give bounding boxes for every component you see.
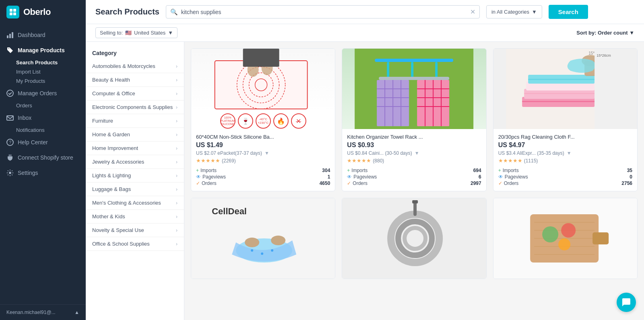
sidebar-subitem-orders[interactable]: Orders xyxy=(0,101,86,110)
wood-illustration xyxy=(493,198,637,279)
sidebar-collapse-icon[interactable]: ▲ xyxy=(74,310,79,315)
badge-wine: 🍷 xyxy=(238,113,253,129)
search-icon: 🔍 xyxy=(170,8,178,16)
svg-rect-12 xyxy=(10,154,11,156)
search-button[interactable]: Search xyxy=(549,5,588,19)
product-stars: ★★★★★ (1115) xyxy=(498,158,632,164)
sidebar-item-inbox[interactable]: Inbox xyxy=(0,110,86,125)
stat-imports: + Imports 694 xyxy=(347,168,481,173)
svg-text:?: ? xyxy=(9,140,12,145)
sort-value[interactable]: Order count ▼ xyxy=(598,30,634,36)
category-item[interactable]: Home Improvement › xyxy=(86,142,184,155)
badge-no: ✕ xyxy=(291,113,306,129)
chat-button[interactable] xyxy=(617,293,636,312)
bar-chart-icon xyxy=(6,31,14,39)
product-card-p1[interactable]: 100%PLATINUMSILICONE 🍷 -40°C+230°C 🔥 ✕ 6… xyxy=(191,48,335,191)
category-item[interactable]: Beauty & Health › xyxy=(86,73,184,87)
product-name: 20/30pcs Rag Cleaning Cloth F... xyxy=(498,134,632,140)
product-card-p4[interactable]: CellDeal xyxy=(191,198,335,279)
category-item[interactable]: Home & Garden › xyxy=(86,128,184,142)
svg-rect-13 xyxy=(10,160,10,161)
stat-imports: + Imports 304 xyxy=(196,168,330,173)
sidebar-item-manage-products[interactable]: Manage Products xyxy=(0,43,86,58)
sidebar-subitem-notifications[interactable]: Notifications xyxy=(0,125,86,135)
sidebar: Oberlo Dashboard Manage Products Search … xyxy=(0,0,86,320)
selling-country: United States xyxy=(134,30,165,36)
category-item[interactable]: Novelty & Special Use › xyxy=(86,224,184,237)
sidebar-item-label: Manage Products xyxy=(18,47,65,53)
app-logo: Oberlo xyxy=(0,0,86,24)
svg-rect-4 xyxy=(7,35,8,38)
svg-rect-26 xyxy=(411,62,413,78)
category-item[interactable]: Computer & Office › xyxy=(86,87,184,101)
svg-rect-25 xyxy=(387,62,389,78)
svg-rect-0 xyxy=(10,9,12,12)
category-item[interactable]: Luggage & Bags › xyxy=(86,183,184,196)
sidebar-subitem-import-list[interactable]: Import List xyxy=(0,67,86,76)
orders-icon: ✓ xyxy=(347,181,351,186)
product-price: US $1.49 xyxy=(196,142,330,149)
stat-pageviews: 👁 Pageviews 0 xyxy=(498,174,632,180)
sidebar-item-label: Settings xyxy=(18,170,38,176)
products-row-1: 100%PLATINUMSILICONE 🍷 -40°C+230°C 🔥 ✕ 6… xyxy=(191,48,638,191)
sidebar-item-label: Help Center xyxy=(18,139,48,146)
sidebar-item-help-center[interactable]: ? Help Center xyxy=(0,135,86,150)
sidebar-item-dashboard[interactable]: Dashboard xyxy=(0,27,86,43)
svg-text:CellDeal: CellDeal xyxy=(212,206,247,216)
svg-rect-22 xyxy=(243,49,279,67)
category-dropdown[interactable]: in All Categories ▼ xyxy=(486,5,542,18)
plus-icon: + xyxy=(498,168,501,173)
category-item[interactable]: Automobiles & Motorcycles › xyxy=(86,59,184,73)
product-image-p5 xyxy=(342,198,486,279)
search-bar: 🔍 ✕ xyxy=(166,5,480,18)
svg-rect-1 xyxy=(13,9,16,12)
category-item[interactable]: Office & School Supplies › xyxy=(86,237,184,251)
category-item[interactable]: Men's Clothing & Accessories › xyxy=(86,196,184,210)
chevron-right-icon: › xyxy=(176,64,178,69)
category-item[interactable]: Electronic Components & Supplies › xyxy=(86,101,184,114)
flag-icon: 🇺🇸 xyxy=(125,30,132,36)
orders-icon: ✓ xyxy=(498,181,502,186)
category-item[interactable]: Jewelry & Accessories › xyxy=(86,155,184,169)
product-price: US $0.93 xyxy=(347,142,481,149)
svg-rect-15 xyxy=(215,61,308,109)
product-info-p3: 20/30pcs Rag Cleaning Cloth F... US $4.9… xyxy=(493,129,637,191)
gear-icon xyxy=(6,169,14,176)
stat-orders: ✓ Orders 2756 xyxy=(498,181,632,186)
subheader: Selling to: 🇺🇸 United States ▼ Sort by: … xyxy=(86,24,644,42)
sidebar-item-connect-shopify[interactable]: Connect Shopify store xyxy=(0,150,86,165)
product-card-p5[interactable] xyxy=(342,198,486,279)
product-image-p6 xyxy=(493,198,637,279)
search-input[interactable] xyxy=(181,9,467,15)
product-stars: ★★★★★ (880) xyxy=(347,158,481,164)
product-card-p2[interactable]: Kitchen Organizer Towel Rack ... US $0.9… xyxy=(342,48,486,191)
chevron-right-icon: › xyxy=(176,241,178,247)
chevron-right-icon: › xyxy=(176,146,178,151)
logo-icon xyxy=(6,6,19,18)
cleaning-cloth-illustration: 15*26cm 15*26cm xyxy=(493,49,637,129)
selling-to-dropdown[interactable]: Selling to: 🇺🇸 United States ▼ xyxy=(95,27,178,38)
sidebar-subitem-my-products[interactable]: My Products xyxy=(0,76,86,86)
question-circle-icon: ? xyxy=(6,139,14,146)
sidebar-subitem-search-products[interactable]: Search Products xyxy=(0,58,86,67)
sidebar-item-manage-orders[interactable]: Manage Orders xyxy=(0,86,86,101)
envelope-icon xyxy=(6,114,14,121)
clear-search-icon[interactable]: ✕ xyxy=(470,8,475,16)
page-title: Search Products xyxy=(95,7,159,16)
product-card-p3[interactable]: 15*26cm 15*26cm 20/30pcs Rag Cleaning Cl… xyxy=(493,48,638,191)
sidebar-item-settings[interactable]: Settings xyxy=(0,165,86,181)
cable-illustration xyxy=(342,198,486,279)
category-item[interactable]: Furniture › xyxy=(86,114,184,128)
shipping-chevron[interactable]: ▼ xyxy=(415,150,419,156)
chat-icon xyxy=(621,297,631,307)
shipping-chevron[interactable]: ▼ xyxy=(264,150,269,156)
category-item[interactable]: Lights & Lighting › xyxy=(86,169,184,183)
svg-point-78 xyxy=(542,226,558,242)
page-header: Search Products 🔍 ✕ in All Categories ▼ … xyxy=(86,0,644,24)
category-panel-title: Category xyxy=(86,45,184,59)
plus-icon: + xyxy=(347,168,350,173)
product-card-p6[interactable] xyxy=(493,198,638,279)
badge-platinum: 100%PLATINUMSILICONE xyxy=(220,113,235,129)
shipping-chevron[interactable]: ▼ xyxy=(567,150,572,156)
category-item[interactable]: Mother & Kids › xyxy=(86,210,184,224)
